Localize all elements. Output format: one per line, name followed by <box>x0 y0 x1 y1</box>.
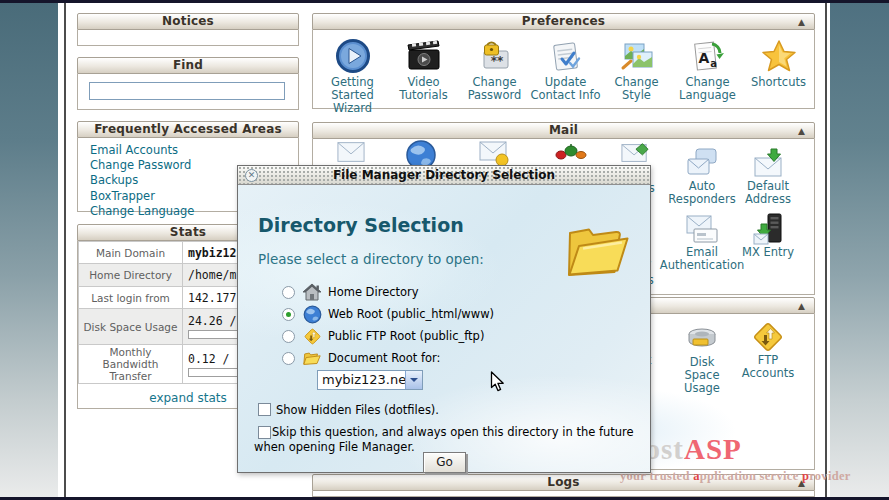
close-icon[interactable]: ✕ <box>245 169 258 182</box>
radio-option-web-root[interactable]: Web Root (public_html/www) <box>282 304 494 324</box>
pref-item-getting-started-wizard[interactable]: Getting Started Wizard <box>317 36 388 115</box>
svg-text:A: A <box>698 50 709 66</box>
dialog-title: File Manager Directory Selection <box>333 168 555 182</box>
mail-item-label: Default Address <box>728 180 808 206</box>
find-body <box>77 74 299 110</box>
bandwidth-progress-bar <box>188 368 244 377</box>
ftp-diamond-icon <box>751 320 785 354</box>
svg-text:a: a <box>710 58 717 69</box>
right-gradient-strip <box>830 0 889 500</box>
checkbox-label: Show Hidden Files (dotfiles). <box>276 403 439 417</box>
notices-panel: Notices <box>77 13 299 46</box>
mail-header[interactable]: Mail ▲ <box>312 122 815 139</box>
pref-item-label: Change Password <box>459 76 530 102</box>
dialog-titlebar[interactable]: ✕ File Manager Directory Selection <box>238 166 650 185</box>
pref-item-label: Getting Started Wizard <box>317 76 388 115</box>
open-folder-icon <box>302 348 322 368</box>
radio-button-selected[interactable] <box>282 308 295 321</box>
svg-text:**: ** <box>490 54 503 68</box>
disk-usage-progress-bar <box>188 330 244 339</box>
pref-item-change-language[interactable]: Aa Change Language <box>672 36 743 102</box>
pref-item-change-password[interactable]: ** Change Password <box>459 36 530 102</box>
find-input[interactable] <box>89 82 285 100</box>
mail-item-default-address[interactable]: Default Address <box>728 146 808 206</box>
pref-item-shortcuts[interactable]: Shortcuts <box>743 36 814 89</box>
radio-label: Public FTP Root (public_ftp) <box>328 329 484 343</box>
preferences-body: Getting Started Wizard Video Tutorials *… <box>312 30 815 109</box>
find-title: Find <box>173 58 203 72</box>
clapperboard-icon <box>406 36 442 76</box>
style-pictures-icon <box>620 36 654 76</box>
password-lock-icon: ** <box>478 36 512 76</box>
mx-entry-icon <box>751 212 785 246</box>
envelope-icon[interactable] <box>337 141 365 167</box>
radio-button[interactable] <box>282 286 295 299</box>
link-email-accounts[interactable]: Email Accounts <box>78 143 298 158</box>
find-panel: Find <box>77 57 299 110</box>
logs-title: Logs <box>547 475 579 489</box>
collapse-arrow-icon[interactable]: ▲ <box>798 16 805 29</box>
radio-button[interactable] <box>282 330 295 343</box>
contact-note-icon <box>549 36 583 76</box>
frequently-accessed-title: Frequently Accessed Areas <box>94 122 282 136</box>
preferences-title: Preferences <box>522 14 605 28</box>
radio-label: Home Directory <box>328 285 419 299</box>
watermark-brand-red: ASP <box>684 433 742 465</box>
notices-header: Notices <box>77 13 299 30</box>
pref-item-label: Update Contact Info <box>530 76 601 102</box>
pref-item-label: Change Style <box>601 76 672 102</box>
stat-label: Main Domain <box>79 242 183 264</box>
mail-item-label: MX Entry <box>742 246 794 259</box>
stat-label: Last login from <box>79 287 183 309</box>
language-doc-icon: Aa <box>691 36 725 76</box>
notices-title: Notices <box>162 14 214 28</box>
files-item-ftp-accounts[interactable]: FTP Accounts <box>728 320 808 380</box>
pref-item-label: Video Tutorials <box>388 76 459 102</box>
radio-option-home-directory[interactable]: Home Directory <box>282 282 419 302</box>
preferences-header[interactable]: Preferences ▲ <box>312 13 815 30</box>
dialog-subheading: Please select a directory to open: <box>258 251 484 267</box>
right-divider-line <box>825 3 827 497</box>
frequently-accessed-header: Frequently Accessed Areas <box>77 121 299 138</box>
skip-question-checkbox[interactable]: Skip this question, and always open this… <box>254 425 652 455</box>
radio-label: Web Root (public_html/www) <box>328 307 494 321</box>
pref-item-change-style[interactable]: Change Style <box>601 36 672 102</box>
files-item-label: FTP Accounts <box>737 354 799 380</box>
ftp-diamond-icon <box>302 326 322 346</box>
go-button[interactable]: Go <box>423 452 466 473</box>
pref-item-video-tutorials[interactable]: Video Tutorials <box>388 36 459 102</box>
radio-option-public-ftp-root[interactable]: Public FTP Root (public_ftp) <box>282 326 484 346</box>
auto-responder-icon <box>686 146 718 180</box>
mail-item-mx-entry[interactable]: MX Entry <box>726 212 810 259</box>
collapse-arrow-icon[interactable]: ▲ <box>798 300 805 313</box>
radio-label: Document Root for: <box>328 351 440 365</box>
star-icon <box>761 36 797 76</box>
domain-select-value: mybiz123.net <box>322 372 411 387</box>
pref-item-label: Change Language <box>672 76 743 102</box>
stats-title: Stats <box>170 225 206 239</box>
collapse-arrow-icon[interactable]: ▲ <box>798 125 805 138</box>
disk-icon <box>686 322 718 356</box>
files-item-label: Disk Space Usage <box>677 356 727 395</box>
radio-option-document-root[interactable]: Document Root for: <box>282 348 440 368</box>
notices-body <box>77 30 299 46</box>
domain-select[interactable]: mybiz123.net <box>317 370 423 390</box>
checkbox[interactable] <box>258 426 271 439</box>
default-address-icon <box>752 146 784 180</box>
find-header: Find <box>77 57 299 74</box>
stat-label: Home Directory <box>79 264 183 287</box>
checkbox[interactable] <box>258 403 271 416</box>
pref-item-update-contact-info[interactable]: Update Contact Info <box>530 36 601 102</box>
top-frame-bar <box>0 0 889 3</box>
stat-label: Disk Space Usage <box>79 309 183 345</box>
email-authentication-icon <box>685 212 719 246</box>
globe-icon <box>302 304 322 324</box>
radio-button[interactable] <box>282 352 295 365</box>
cpanel-page: Notices Find Frequently Accessed Areas E… <box>0 0 889 500</box>
hostasp-tagline: your trusted application service provide… <box>620 469 851 484</box>
dialog-body: Directory Selection Please select a dire… <box>238 185 650 472</box>
show-hidden-files-checkbox[interactable]: Show Hidden Files (dotfiles). <box>258 403 439 417</box>
chevron-down-icon[interactable] <box>405 371 422 389</box>
file-manager-directory-selection-dialog: ✕ File Manager Directory Selection Direc… <box>237 165 651 473</box>
left-gradient-strip <box>0 0 58 500</box>
